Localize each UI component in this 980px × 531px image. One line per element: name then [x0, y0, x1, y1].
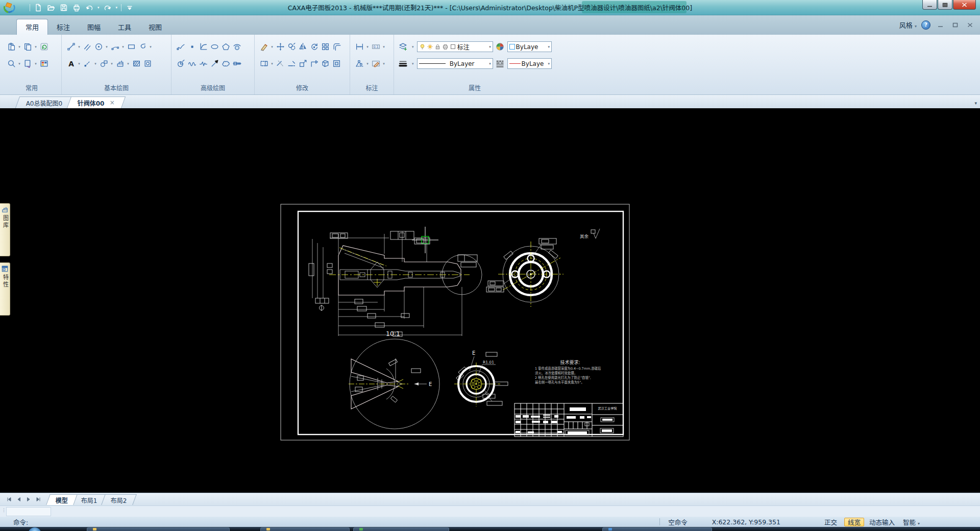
- dropdown-arrow-icon[interactable]: ▾: [410, 62, 415, 66]
- start-orb-icon[interactable]: [28, 527, 41, 531]
- customize-quick-access-icon[interactable]: [125, 3, 134, 12]
- dropdown-arrow-icon[interactable]: ▾: [17, 45, 22, 49]
- wave-line-icon[interactable]: [186, 58, 198, 69]
- undo-icon[interactable]: [85, 3, 94, 12]
- dropdown-arrow-icon[interactable]: ▾: [33, 45, 38, 49]
- copy-icon[interactable]: [286, 41, 297, 53]
- dropdown-arrow-icon[interactable]: ▾: [548, 62, 550, 66]
- zoom-icon[interactable]: [6, 58, 17, 69]
- erase-icon[interactable]: [258, 41, 270, 53]
- paste-icon[interactable]: [6, 41, 17, 53]
- parallel-icon[interactable]: [82, 41, 93, 53]
- offset-icon[interactable]: [331, 41, 342, 53]
- copy-doc-icon[interactable]: [22, 41, 33, 53]
- save-icon[interactable]: [59, 3, 68, 12]
- dropdown-arrow-icon[interactable]: ▾: [489, 45, 491, 49]
- dropdown-arrow-icon[interactable]: ▾: [489, 62, 491, 66]
- pan-page-icon[interactable]: [22, 58, 33, 69]
- print-icon[interactable]: [72, 3, 81, 12]
- dropdown-arrow-icon[interactable]: ▾: [365, 62, 370, 66]
- linetype-combobox[interactable]: ByLayer ▾: [417, 58, 493, 69]
- lineweight-icon[interactable]: [398, 58, 409, 69]
- last-tab-icon[interactable]: [34, 496, 42, 503]
- shaft-icon[interactable]: [231, 58, 242, 69]
- layout-tab-2[interactable]: 布局2: [101, 494, 136, 505]
- sidebar-item-properties[interactable]: 特性: [0, 262, 10, 316]
- dropdown-arrow-icon[interactable]: ▾: [93, 62, 98, 66]
- help-icon[interactable]: ?: [921, 20, 930, 30]
- minimize-button[interactable]: [922, 0, 937, 10]
- dropdown-arrow-icon[interactable]: ▾: [381, 45, 386, 49]
- dropdown-arrow-icon[interactable]: ▾: [381, 62, 386, 66]
- dim-edit-icon[interactable]: [370, 58, 381, 69]
- dropdown-arrow-icon[interactable]: ▾: [33, 62, 38, 66]
- taskbar-button[interactable]: [87, 527, 230, 531]
- dropdown-arrow-icon[interactable]: ▾: [17, 62, 22, 66]
- command-history[interactable]: ⋮: [0, 505, 980, 517]
- text-icon[interactable]: A: [65, 58, 77, 69]
- dropdown-arrow-icon[interactable]: ▾: [270, 45, 275, 49]
- spline-icon[interactable]: [175, 41, 186, 53]
- box3d-icon[interactable]: [320, 58, 331, 69]
- cloud-line-icon[interactable]: [220, 58, 231, 69]
- tab-tufu[interactable]: 图幅: [79, 19, 109, 35]
- stretch-icon[interactable]: [258, 58, 270, 69]
- library-icon[interactable]: [98, 58, 109, 69]
- break-line-icon[interactable]: [198, 58, 209, 69]
- cad-canvas[interactable]: .dim{stroke:#bdbdbd;stroke-width:.8;fill…: [11, 108, 980, 493]
- layer-combobox[interactable]: 标注 ▾: [417, 41, 493, 52]
- dropdown-arrow-icon[interactable]: ▾: [77, 62, 82, 66]
- rectangle-icon[interactable]: [126, 41, 137, 53]
- local-zoom-icon[interactable]: [175, 58, 186, 69]
- style-button[interactable]: 风格 ▾: [899, 20, 917, 30]
- taskbar-button[interactable]: [353, 527, 449, 531]
- tab-gongju[interactable]: 工具: [109, 19, 140, 35]
- tab-shitu[interactable]: 视图: [140, 19, 170, 35]
- arrow-icon[interactable]: [209, 58, 220, 69]
- dropdown-arrow-icon[interactable]: ▾: [109, 62, 114, 66]
- dropdown-arrow-icon[interactable]: ▾: [148, 45, 153, 49]
- next-tab-icon[interactable]: [24, 496, 32, 503]
- tool-icon[interactable]: [114, 58, 126, 69]
- doc-tabs-menu-button[interactable]: ▾: [974, 101, 977, 106]
- dropdown-arrow-icon[interactable]: ▾: [104, 45, 109, 49]
- close-button[interactable]: [953, 0, 976, 10]
- tolerance-icon[interactable]: [354, 58, 365, 69]
- prev-tab-icon[interactable]: [15, 496, 22, 503]
- regen-icon[interactable]: [38, 41, 50, 53]
- command-prompt-label[interactable]: 命令:: [13, 517, 28, 527]
- move-icon[interactable]: [275, 41, 286, 53]
- layer-icon[interactable]: [398, 41, 409, 53]
- restore-button[interactable]: [938, 0, 952, 10]
- taskbar-button[interactable]: [602, 527, 712, 531]
- dropdown-arrow-icon[interactable]: ▾: [120, 45, 126, 49]
- function-curve-icon[interactable]: [198, 41, 209, 53]
- arc-icon[interactable]: [109, 41, 120, 53]
- ortho-toggle[interactable]: 正交: [824, 517, 837, 527]
- close-tab-icon[interactable]: ×: [110, 99, 115, 106]
- dynamic-input-toggle[interactable]: 动态输入: [869, 517, 895, 527]
- color-combobox[interactable]: ByLaye ▾: [507, 41, 552, 52]
- circle-icon[interactable]: [93, 41, 104, 53]
- polyline-icon[interactable]: [137, 41, 148, 53]
- doc-tab-assembly[interactable]: A0总装配图0: [15, 96, 74, 108]
- color-wheel-icon[interactable]: [495, 41, 506, 53]
- redo-dropdown-icon[interactable]: ▾: [116, 6, 118, 10]
- ellipse-icon[interactable]: [209, 41, 220, 53]
- linetype-icon[interactable]: [495, 58, 506, 69]
- tangent-circle-icon[interactable]: [231, 41, 242, 53]
- dropdown-arrow-icon[interactable]: ▾: [365, 45, 370, 49]
- tab-biaozhu[interactable]: 标注: [48, 19, 79, 35]
- dimension-icon[interactable]: [354, 41, 365, 53]
- lineweight-combobox[interactable]: ByLaye ▾: [507, 58, 552, 69]
- rotate-icon[interactable]: [308, 41, 320, 53]
- dropdown-arrow-icon[interactable]: ▾: [77, 45, 82, 49]
- lineweight-toggle[interactable]: 线宽: [844, 518, 864, 526]
- point-line-icon[interactable]: [82, 58, 93, 69]
- polygon-icon[interactable]: [220, 41, 231, 53]
- redo-icon[interactable]: [103, 3, 112, 12]
- doc-close-button[interactable]: [965, 21, 975, 29]
- region-icon[interactable]: [142, 58, 153, 69]
- point-icon[interactable]: [186, 41, 198, 53]
- coordinate-dim-icon[interactable]: 0.1: [370, 41, 381, 53]
